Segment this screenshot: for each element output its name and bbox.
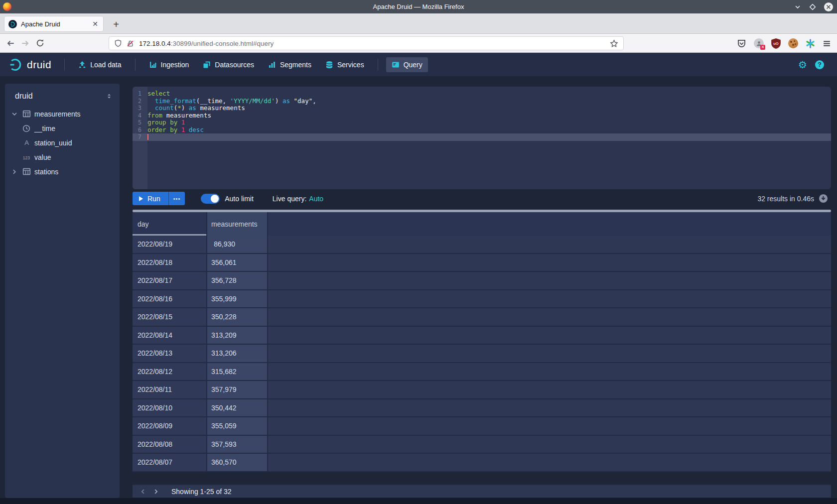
- code-line-5[interactable]: 5group by 1: [133, 119, 831, 126]
- close-icon[interactable]: [824, 2, 833, 11]
- table-row[interactable]: 2022/08/08357,593: [133, 436, 831, 454]
- cell-day[interactable]: 2022/08/13: [133, 345, 207, 362]
- table-row[interactable]: 2022/08/1986,930: [133, 236, 831, 254]
- reload-icon[interactable]: [36, 39, 44, 47]
- line-number: 2: [133, 98, 144, 105]
- column-header-measurements[interactable]: measurements: [207, 212, 268, 236]
- table-row[interactable]: 2022/08/18356,061: [133, 254, 831, 272]
- insecure-lock-icon[interactable]: [127, 40, 134, 47]
- cell-day[interactable]: 2022/08/16: [133, 290, 207, 308]
- minimize-icon[interactable]: [794, 3, 801, 10]
- table-row[interactable]: 2022/08/12315,682: [133, 363, 831, 381]
- tree-item-measurements[interactable]: measurements: [5, 107, 120, 121]
- cell-measurements[interactable]: 360,570: [207, 454, 268, 471]
- ublock-extension-icon[interactable]: uO: [771, 38, 781, 49]
- help-icon[interactable]: ?: [815, 60, 824, 69]
- code-line-3[interactable]: 3 count(*) as measurements: [133, 105, 831, 112]
- nav-item-ingestion[interactable]: Ingestion: [143, 57, 195, 72]
- code-line-4[interactable]: 4from measurements: [133, 112, 831, 120]
- nav-item-services[interactable]: Services: [320, 57, 370, 72]
- cell-day[interactable]: 2022/08/19: [133, 236, 207, 253]
- maximize-icon[interactable]: [809, 3, 816, 10]
- run-button[interactable]: Run: [133, 192, 168, 205]
- cell-measurements[interactable]: 86,930: [207, 236, 268, 253]
- tree-item-stations[interactable]: stations: [5, 164, 120, 179]
- tree-item-station_uuid[interactable]: Astation_uuid: [5, 135, 120, 150]
- cell-day[interactable]: 2022/08/14: [133, 327, 207, 344]
- cell-measurements[interactable]: 355,999: [207, 290, 268, 308]
- cell-measurements[interactable]: 356,728: [207, 272, 268, 289]
- table-row[interactable]: 2022/08/11357,979: [133, 381, 831, 399]
- account-icon[interactable]: ✕: [754, 38, 764, 48]
- table-row[interactable]: 2022/08/16355,999: [133, 290, 831, 309]
- url-bar[interactable]: 172.18.0.4:30899/unified-console.html#qu…: [109, 36, 624, 50]
- cell-measurements[interactable]: 356,061: [207, 254, 268, 271]
- next-page-icon[interactable]: [152, 488, 159, 495]
- schema-name: druid: [15, 92, 33, 101]
- table-row[interactable]: 2022/08/13313,206: [133, 345, 831, 363]
- nav-item-segments[interactable]: Segments: [263, 57, 317, 72]
- cell-day[interactable]: 2022/08/07: [133, 454, 207, 471]
- row-filler: [268, 381, 831, 398]
- nav-item-datasources[interactable]: Datasources: [197, 57, 260, 72]
- live-query-value[interactable]: Auto: [309, 195, 323, 203]
- bookmark-star-icon[interactable]: [610, 39, 618, 48]
- previous-page-icon[interactable]: [140, 488, 146, 495]
- new-tab-button[interactable]: +: [110, 18, 123, 31]
- cell-day[interactable]: 2022/08/11: [133, 381, 207, 398]
- tracking-shield-icon[interactable]: [114, 39, 122, 47]
- tree-item-time[interactable]: __time: [5, 121, 120, 135]
- menu-hamburger-icon[interactable]: [823, 39, 831, 48]
- nav-item-query[interactable]: Query: [386, 57, 428, 72]
- code-line-6[interactable]: 6order by 1 desc: [133, 126, 831, 134]
- cell-day[interactable]: 2022/08/08: [133, 436, 207, 453]
- table-row[interactable]: 2022/08/09355,059: [133, 417, 831, 436]
- druid-logo[interactable]: druid: [9, 58, 51, 72]
- cell-day[interactable]: 2022/08/17: [133, 272, 207, 289]
- cell-measurements[interactable]: 313,209: [207, 327, 268, 344]
- cell-measurements[interactable]: 315,682: [207, 363, 268, 380]
- table-row[interactable]: 2022/08/17356,728: [133, 272, 831, 290]
- pocket-icon[interactable]: [737, 39, 746, 48]
- run-more-button[interactable]: •••: [168, 192, 185, 205]
- cell-day[interactable]: 2022/08/18: [133, 254, 207, 271]
- chevron-down-icon[interactable]: [11, 111, 19, 118]
- url-text[interactable]: 172.18.0.4:30899/unified-console.html#qu…: [139, 40, 610, 47]
- tree-item-value[interactable]: 123value: [5, 150, 120, 164]
- column-header-day[interactable]: day: [133, 212, 207, 236]
- table-row[interactable]: 2022/08/07360,570: [133, 454, 831, 472]
- nav-item-load-data[interactable]: Load data: [73, 57, 127, 72]
- schema-sort-icon[interactable]: [106, 93, 113, 100]
- cell-day[interactable]: 2022/08/15: [133, 308, 207, 326]
- tree-item-label: stations: [34, 168, 58, 176]
- cell-day[interactable]: 2022/08/10: [133, 399, 207, 417]
- code-line-1[interactable]: 1select: [133, 90, 831, 98]
- query-icon: [392, 61, 400, 69]
- tab-apache-druid[interactable]: Apache Druid ✕: [4, 16, 104, 32]
- chevron-right-icon[interactable]: [11, 168, 19, 175]
- download-icon[interactable]: [819, 194, 828, 203]
- code-line-7[interactable]: 7: [133, 133, 831, 141]
- auto-limit-toggle[interactable]: [201, 194, 220, 204]
- cell-measurements[interactable]: 313,206: [207, 345, 268, 362]
- window-titlebar: Apache Druid — Mozilla Firefox: [0, 0, 837, 13]
- cell-measurements[interactable]: 350,228: [207, 308, 268, 326]
- forward-icon[interactable]: [21, 39, 30, 48]
- cell-measurements[interactable]: 355,059: [207, 417, 268, 435]
- tab-close-icon[interactable]: ✕: [91, 20, 99, 28]
- settings-gear-icon[interactable]: ⚙: [798, 60, 807, 70]
- code-line-2[interactable]: 2 time_format(__time, 'YYYY/MM/dd') as "…: [133, 98, 831, 105]
- cookie-extension-icon[interactable]: [788, 38, 798, 48]
- extension-asterisk-icon[interactable]: [806, 39, 815, 48]
- table-row[interactable]: 2022/08/15350,228: [133, 308, 831, 327]
- cell-measurements[interactable]: 350,442: [207, 399, 268, 417]
- cell-measurements[interactable]: 357,593: [207, 436, 268, 453]
- table-row[interactable]: 2022/08/10350,442: [133, 399, 831, 418]
- back-icon[interactable]: [6, 39, 15, 48]
- load-data-icon: [78, 61, 86, 69]
- cell-measurements[interactable]: 357,979: [207, 381, 268, 398]
- sql-editor[interactable]: 1select2 time_format(__time, 'YYYY/MM/dd…: [133, 87, 831, 189]
- table-row[interactable]: 2022/08/14313,209: [133, 327, 831, 345]
- cell-day[interactable]: 2022/08/09: [133, 417, 207, 435]
- cell-day[interactable]: 2022/08/12: [133, 363, 207, 380]
